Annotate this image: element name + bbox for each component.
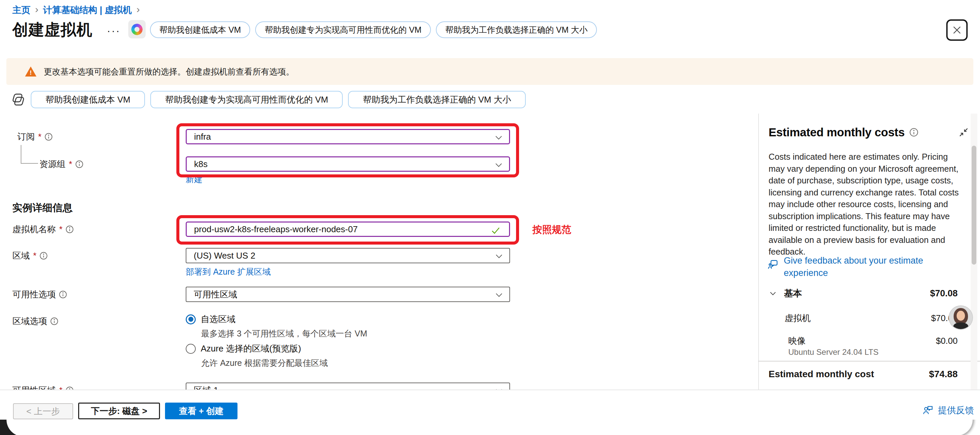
zone-option-azure-select[interactable]: Azure 选择的区域(预览版) [186,343,301,354]
info-icon[interactable] [45,133,53,141]
info-icon[interactable] [40,252,48,260]
window-corner [0,420,23,435]
previous-step-button[interactable]: < 上一步 [13,403,73,419]
instance-details-heading: 实例详细信息 [12,201,73,215]
info-icon[interactable] [65,386,74,390]
scrollbar-thumb[interactable] [972,146,976,265]
cost-item-image-detail: Ubuntu Server 24.04 LTS [788,347,878,357]
availability-options-label: 可用性选项 [12,287,67,302]
cost-item-name: 虚拟机 [784,312,931,324]
availability-zone-dropdown[interactable]: 区域 1 [186,382,510,390]
zone-option-self-select-description: 最多选择 3 个可用性区域，每个区域一台 VM [201,328,367,339]
valid-check-icon [491,226,500,234]
annotation-text: 按照规范 [533,223,571,237]
info-icon[interactable] [909,127,918,137]
zone-option-self-select[interactable]: 自选区域 [186,313,235,325]
avatar-body [953,322,968,329]
cost-disclaimer-text: Costs indicated here are estimates only.… [768,151,962,258]
region-label: 区域* [12,248,48,263]
cost-total-value: $74.88 [929,369,958,379]
resource-group-label: 资源组* [40,156,83,172]
cost-item-value: $0.00 [936,336,958,346]
cost-group-value: $70.08 [930,288,958,299]
estimate-feedback-link[interactable]: Give feedback about your estimate experi… [767,255,954,279]
panel-divider [758,113,759,390]
availability-zone-label: 可用性区域* [12,382,74,390]
feedback-bubbles-icon [767,258,779,271]
nesting-connector-line [21,145,38,164]
cost-divider [758,361,980,362]
user-avatar[interactable] [949,306,972,329]
collapse-panel-icon[interactable] [958,127,969,138]
person-feedback-icon [922,405,934,416]
radio-selected-icon[interactable] [186,314,196,324]
review-create-button[interactable]: 查看 + 创建 [165,403,237,419]
info-icon[interactable] [65,225,74,234]
cost-group-basic-row[interactable]: 基本 $70.08 [768,286,958,301]
chevron-down-icon [495,387,503,390]
radio-unselected-icon[interactable] [186,344,196,354]
cost-panel-header: Estimated monthly costs [768,126,969,139]
create-new-resource-group-link[interactable]: 新建 [186,174,202,185]
cost-total-label: Estimated monthly cost [768,369,929,379]
vm-name-input[interactable]: prod-usw2-k8s-freeleaps-worker-nodes-07 [186,221,510,237]
avatar-face [957,311,965,321]
chevron-down-icon[interactable] [768,289,777,298]
chevron-down-icon [494,161,503,169]
subscription-label: 订阅* [18,129,53,144]
zone-options-label: 区域选项 [12,313,59,329]
vm-name-label: 虚拟机名称* [12,221,74,237]
extended-zone-link[interactable]: 部署到 Azure 扩展区域 [186,266,270,277]
cost-group-name: 基本 [784,287,930,300]
cost-item-vm-row: 虚拟机 $70.08 [784,311,958,325]
subscription-dropdown[interactable]: infra [186,129,510,144]
info-icon[interactable] [59,290,67,299]
cost-item-name: 映像 [788,335,936,347]
form-scroll-area: 订阅* infra 资源组* k8s 新建 实例详细信息 虚拟机名称* prod… [0,0,758,390]
region-dropdown[interactable]: (US) West US 2 [186,248,510,263]
cost-total-row: Estimated monthly cost $74.88 [768,367,958,382]
cost-item-image-row: 映像 $0.00 [788,334,958,347]
zone-option-azure-select-description: 允许 Azure 根据需要分配最佳区域 [201,357,328,368]
window-corner [957,420,980,435]
give-feedback-link[interactable]: 提供反馈 [922,404,974,416]
close-button[interactable] [946,19,968,41]
availability-options-dropdown[interactable]: 可用性区域 [186,287,510,302]
cost-panel-title: Estimated monthly costs [768,126,905,139]
resource-group-dropdown[interactable]: k8s [186,156,510,172]
chevron-down-icon [495,252,503,261]
chevron-down-icon [495,291,503,300]
close-icon [951,24,963,36]
info-icon[interactable] [75,160,83,168]
chevron-down-icon [494,133,503,142]
next-step-disks-button[interactable]: 下一步: 磁盘 > [78,403,160,419]
info-icon[interactable] [50,317,59,325]
